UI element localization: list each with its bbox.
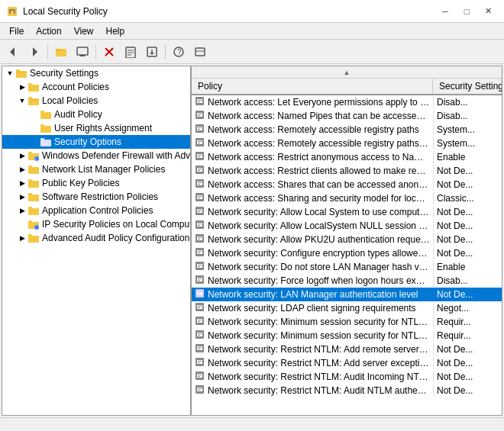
- menu-action[interactable]: Action: [30, 24, 67, 38]
- tree-item-local-policies[interactable]: ▼ Local Policies: [2, 94, 190, 108]
- policy-icon: [195, 165, 205, 177]
- policy-icon: [195, 206, 205, 218]
- table-row[interactable]: Network security: Restrict NTLM: Add rem…: [192, 343, 502, 356]
- table-row[interactable]: Network security: LDAP client signing re…: [192, 301, 502, 315]
- cell-security: Disab...: [433, 110, 502, 122]
- cell-policy: Network access: Restrict anonymous acces…: [192, 150, 433, 164]
- svg-rect-106: [197, 278, 202, 281]
- cell-policy: Network security: Allow LocalSystem NULL…: [192, 219, 433, 233]
- svg-rect-108: [198, 280, 200, 281]
- close-button[interactable]: ✕: [478, 4, 498, 19]
- table-row[interactable]: Network access: Restrict clients allowed…: [192, 164, 502, 178]
- table-row[interactable]: Network access: Named Pipes that can be …: [192, 109, 502, 123]
- table-row[interactable]: Network security: LAN Manager authentica…: [192, 288, 502, 301]
- cell-security: Not De...: [433, 233, 502, 246]
- cell-security: Not De...: [433, 206, 502, 218]
- forward-button[interactable]: [24, 42, 44, 62]
- tree-item-audit-policy[interactable]: Audit Policy: [2, 108, 190, 121]
- properties-button[interactable]: [121, 42, 141, 62]
- col-header-security[interactable]: Security Setting: [433, 79, 502, 94]
- policy-text: Network access: Sharing and security mod…: [208, 193, 430, 204]
- svg-rect-87: [198, 210, 202, 211]
- monitor-button[interactable]: [73, 42, 92, 62]
- tree-scroll-container[interactable]: ▼ Security Settings ▶: [2, 66, 190, 415]
- svg-rect-120: [198, 321, 200, 322]
- table-row[interactable]: Network security: Restrict NTLM: Audit I…: [192, 370, 502, 384]
- table-row[interactable]: Network security: Minimum session securi…: [192, 315, 502, 329]
- policy-icon: [195, 288, 205, 301]
- table-row[interactable]: Network security: Minimum session securi…: [192, 329, 502, 343]
- tree-label-account-policies: Account Policies: [42, 82, 109, 92]
- table-row[interactable]: Network access: Let Everyone permissions…: [192, 95, 502, 109]
- svg-rect-52: [28, 234, 32, 236]
- table-row[interactable]: Network access: Sharing and security mod…: [192, 191, 502, 205]
- table-row[interactable]: Network security: Configure encryption t…: [192, 246, 502, 260]
- tree-label-network-list: Network List Manager Policies: [42, 164, 165, 175]
- menu-file[interactable]: File: [3, 24, 30, 38]
- svg-rect-41: [28, 166, 32, 168]
- policy-text: Network security: Restrict NTLM: Audit N…: [208, 385, 430, 396]
- table-row[interactable]: Network access: Remotely accessible regi…: [192, 137, 502, 150]
- table-row[interactable]: Network access: Remotely accessible regi…: [192, 123, 502, 137]
- tree-item-user-rights[interactable]: User Rights Assignment: [2, 121, 190, 135]
- svg-rect-68: [198, 143, 200, 143]
- help-button[interactable]: ?: [169, 42, 189, 62]
- table-row[interactable]: Network security: Do not store LAN Manag…: [192, 260, 502, 274]
- table-row[interactable]: Network security: Allow Local System to …: [192, 205, 502, 219]
- folder-button[interactable]: [51, 42, 71, 62]
- policy-text: Network security: Restrict NTLM: Add ser…: [208, 358, 430, 368]
- tree-item-ip-security[interactable]: IP Security Policies on Local Compute...: [2, 217, 190, 231]
- tree-item-public-key[interactable]: ▶ Public Key Policies: [2, 176, 190, 190]
- table-row[interactable]: Network security: Force logoff when logo…: [192, 274, 502, 288]
- minimize-button[interactable]: ─: [435, 4, 455, 19]
- table-row[interactable]: Network security: Allow LocalSystem NULL…: [192, 219, 502, 233]
- table-row[interactable]: Network access: Restrict anonymous acces…: [192, 150, 502, 164]
- tree-item-app-control[interactable]: ▶ Application Control Policies: [2, 204, 190, 217]
- svg-rect-126: [197, 346, 202, 350]
- policy-icon: [195, 124, 205, 136]
- toolbar-sep-3: [165, 44, 166, 60]
- expander-app-control: ▶: [16, 207, 28, 214]
- table-row[interactable]: Network security: Restrict NTLM: Audit N…: [192, 384, 502, 397]
- back-button[interactable]: [3, 42, 23, 62]
- svg-rect-60: [198, 115, 200, 116]
- table-row[interactable]: Network security: Restrict NTLM: Add ser…: [192, 356, 502, 370]
- svg-rect-98: [197, 250, 202, 254]
- svg-text:!: !: [35, 157, 36, 161]
- menu-help[interactable]: Help: [100, 24, 131, 38]
- col-header-policy[interactable]: Policy: [192, 79, 433, 94]
- tree-item-security-settings[interactable]: ▼ Security Settings: [2, 66, 190, 80]
- svg-rect-43: [28, 179, 32, 182]
- svg-rect-58: [197, 113, 202, 117]
- table-body[interactable]: Network access: Let Everyone permissions…: [192, 95, 502, 415]
- tree-item-advanced-audit[interactable]: ▶ Advanced Audit Policy Configuration: [2, 231, 190, 245]
- menu-view[interactable]: View: [68, 24, 100, 38]
- maximize-button[interactable]: □: [457, 4, 477, 19]
- tree-item-account-policies[interactable]: ▶ Account Policies: [2, 80, 190, 94]
- svg-rect-111: [198, 292, 202, 293]
- cell-security: Not De...: [433, 247, 502, 259]
- tree-item-windows-defender[interactable]: ▶ ! Windows Defender Firewall with Adva.…: [2, 149, 190, 162]
- delete-button[interactable]: [99, 42, 119, 62]
- svg-rect-91: [198, 224, 202, 224]
- policy-text: Network security: Minimum session securi…: [208, 330, 430, 341]
- tree-item-network-list[interactable]: ▶ Network List Manager Policies: [2, 162, 190, 176]
- tree-item-security-options[interactable]: Security Options: [2, 135, 190, 149]
- svg-rect-7: [77, 47, 88, 55]
- svg-rect-64: [198, 129, 200, 130]
- expander-local-policies: ▼: [16, 97, 28, 105]
- cell-security: Not De...: [433, 220, 502, 232]
- table-row[interactable]: Network security: Allow PKU2U authentica…: [192, 233, 502, 246]
- table-row[interactable]: Network access: Shares that can be acces…: [192, 178, 502, 191]
- folder-icon-windows-defender: !: [28, 150, 40, 161]
- expander-software-restriction: ▶: [16, 193, 28, 201]
- svg-marker-3: [10, 47, 15, 56]
- tree-item-software-restriction[interactable]: ▶ Software Restriction Policies: [2, 190, 190, 204]
- export-button[interactable]: [142, 42, 162, 62]
- window-title: Local Security Policy: [23, 6, 108, 17]
- cell-security: Not De...: [433, 357, 502, 369]
- cell-policy: Network security: Do not store LAN Manag…: [192, 260, 433, 274]
- svg-rect-62: [197, 127, 202, 130]
- extra-button[interactable]: [190, 42, 210, 62]
- svg-rect-84: [198, 198, 200, 198]
